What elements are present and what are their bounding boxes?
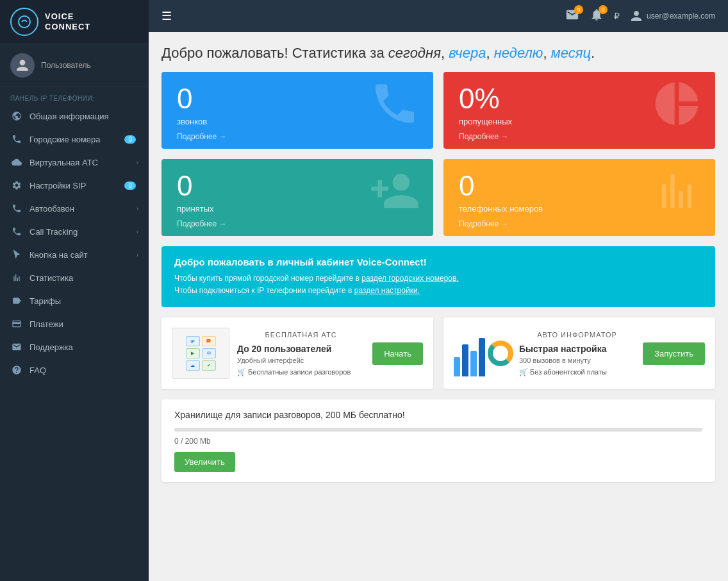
cloud-icon xyxy=(10,157,23,167)
ats-feature: Бесплатные записи разговоров xyxy=(237,368,365,376)
chevron-right-icon: › xyxy=(136,159,138,166)
sidebar-item-sip-settings[interactable]: Настройки SIP 0 xyxy=(0,174,149,197)
credit-card-icon xyxy=(10,319,23,329)
auto-informer-launch-button[interactable]: Запустить xyxy=(643,342,705,365)
welcome-box-line2: Чтобы подключиться к IP телефонии перейд… xyxy=(174,285,702,297)
sidebar-label-site-button: Кнопка на сайт xyxy=(29,250,136,260)
bell-button[interactable]: 0 xyxy=(590,8,604,24)
tag-icon xyxy=(10,296,23,306)
topbar-icons: 9 0 ₽ user@example.com xyxy=(565,8,715,24)
logo: VOICE CONNECT xyxy=(0,0,149,44)
storage-info: 0 / 200 Mb xyxy=(174,437,702,446)
bar-chart-stat-icon xyxy=(651,165,702,219)
stat-card-phone-numbers: 0 телефонных номеров Подробнее → xyxy=(443,159,715,236)
bar-4 xyxy=(479,338,485,376)
phone-call-icon xyxy=(10,203,23,214)
welcome-box: Добро пожаловать в личный кабинет Voice-… xyxy=(161,246,715,307)
sidebar-section-label: ПАНЕЛЬ IP ТЕЛЕФОНИИ: xyxy=(0,87,149,105)
phone-stat-icon xyxy=(369,78,420,132)
settings-link[interactable]: раздел настройки. xyxy=(354,286,420,295)
cursor-icon xyxy=(10,249,23,260)
stat-cards-row-2: 0 принятых Подробнее → 0 телефонных номе… xyxy=(161,159,715,236)
promo-row: IP ☎ ▶ ✉ ☁ ✔ БЕСПЛАТНАЯ АТС До 20 пользо… xyxy=(161,317,715,389)
hamburger-icon[interactable]: ☰ xyxy=(161,9,172,23)
sidebar-label-payments: Платежи xyxy=(29,319,138,329)
stat-card-missed: 0% пропущенных Подробнее → xyxy=(443,72,715,149)
phone-numbers-more-link[interactable]: Подробнее → xyxy=(459,219,509,228)
week-link[interactable]: неделю xyxy=(494,45,543,61)
sidebar-label-virtual-ats: Виртуальная АТС xyxy=(29,158,136,167)
ats-section-title: БЕСПЛАТНАЯ АТС xyxy=(237,331,365,339)
sidebar-item-autodialer[interactable]: Автообзвон › xyxy=(0,197,149,220)
avatar xyxy=(10,53,35,78)
globe-icon xyxy=(10,111,23,121)
bell-badge: 0 xyxy=(599,5,608,14)
sidebar-item-faq[interactable]: FAQ xyxy=(0,358,149,382)
yesterday-link[interactable]: вчера xyxy=(449,45,486,61)
sidebar-label-statistics: Статистика xyxy=(29,273,138,283)
storage-bar-wrap xyxy=(174,428,702,432)
topbar-user[interactable]: user@example.com xyxy=(630,10,715,22)
chevron-right-icon-3: › xyxy=(136,228,138,235)
ats-desc: Удобный интерфейс xyxy=(237,357,365,364)
sidebar-label-autodialer: Автообзвон xyxy=(29,204,136,214)
welcome-box-title: Добро пожаловать в личный кабинет Voice-… xyxy=(174,257,702,267)
bar-chart-thumb xyxy=(454,328,485,379)
ats-cell: ☎ xyxy=(202,336,216,346)
ats-cell: ✔ xyxy=(202,360,216,371)
sidebar-item-city-numbers[interactable]: Городские номера 0 xyxy=(0,128,149,151)
ats-start-button[interactable]: Начать xyxy=(372,342,423,365)
city-numbers-link[interactable]: раздел городских номеров. xyxy=(361,274,459,283)
settings-icon xyxy=(10,180,23,190)
svg-point-0 xyxy=(19,16,30,28)
chevron-right-icon-2: › xyxy=(136,205,138,212)
stat-cards-row: 0 звонков Подробнее → 0% пропущенных Под… xyxy=(161,72,715,149)
auto-informer-section-title: АВТО ИНФОРМАТОР xyxy=(519,331,635,339)
storage-increase-button[interactable]: Увеличить xyxy=(174,452,235,472)
sidebar: VOICE CONNECT Пользователь ПАНЕЛЬ IP ТЕЛ… xyxy=(0,0,149,581)
pie-stat-icon xyxy=(651,78,702,132)
sidebar-item-general-info[interactable]: Общая информация xyxy=(0,105,149,128)
ats-cell: ☁ xyxy=(186,360,200,371)
ats-illustration: IP ☎ ▶ ✉ ☁ ✔ xyxy=(172,328,229,379)
ats-title: До 20 пользователей xyxy=(237,344,365,354)
bar-chart-icon xyxy=(10,273,23,283)
sidebar-label-call-tracking: Call Tracking xyxy=(29,227,136,237)
stat-card-accepted: 0 принятых Подробнее → xyxy=(161,159,433,236)
sidebar-item-support[interactable]: Поддержка xyxy=(0,335,149,358)
user-plus-stat-icon xyxy=(369,165,420,219)
topbar-username: user@example.com xyxy=(647,12,715,21)
sip-settings-badge: 0 xyxy=(124,181,136,190)
user-name: Пользователь xyxy=(41,61,91,70)
bar-3 xyxy=(470,351,477,376)
mail-button[interactable]: 9 xyxy=(565,8,579,24)
sidebar-item-statistics[interactable]: Статистика xyxy=(0,266,149,289)
storage-title: Хранилище для записи разговоров, 200 МБ … xyxy=(174,410,702,420)
sidebar-item-virtual-ats[interactable]: Виртуальная АТС › xyxy=(0,151,149,174)
content: Добро пожаловать! Статистика за сегодня,… xyxy=(149,32,728,581)
bar-2 xyxy=(462,344,468,376)
chevron-right-icon-4: › xyxy=(136,251,138,258)
bar-1 xyxy=(454,357,460,376)
welcome-box-line1: Чтобы купить прямой городской номер пере… xyxy=(174,273,702,285)
topbar: ☰ 9 0 ₽ user@example.com xyxy=(149,0,728,32)
sidebar-label-support: Поддержка xyxy=(29,342,138,352)
sidebar-item-tariffs[interactable]: Тарифы xyxy=(0,289,149,312)
promo-card-auto-informer: АВТО ИНФОРМАТОР Быстрая настройка 300 вы… xyxy=(443,317,715,389)
logo-circle xyxy=(10,8,38,36)
sidebar-item-payments[interactable]: Платежи xyxy=(0,312,149,335)
accepted-more-link[interactable]: Подробнее → xyxy=(177,219,227,228)
calls-more-link[interactable]: Подробнее → xyxy=(177,132,227,141)
auto-informer-feature: Без абонентской платы xyxy=(519,368,635,376)
mail-badge: 9 xyxy=(574,5,583,14)
month-link[interactable]: месяц xyxy=(551,45,591,61)
phone-forward-icon xyxy=(10,226,23,237)
sidebar-label-general-info: Общая информация xyxy=(29,112,138,121)
sidebar-item-call-tracking[interactable]: Call Tracking › xyxy=(0,220,149,243)
stat-card-calls: 0 звонков Подробнее → xyxy=(161,72,433,149)
phone-icon xyxy=(10,134,23,144)
auto-informer-desc: 300 вызовов в минуту xyxy=(519,357,635,364)
missed-more-link[interactable]: Подробнее → xyxy=(459,132,509,141)
sidebar-item-site-button[interactable]: Кнопка на сайт › xyxy=(0,243,149,266)
question-icon xyxy=(10,365,23,375)
